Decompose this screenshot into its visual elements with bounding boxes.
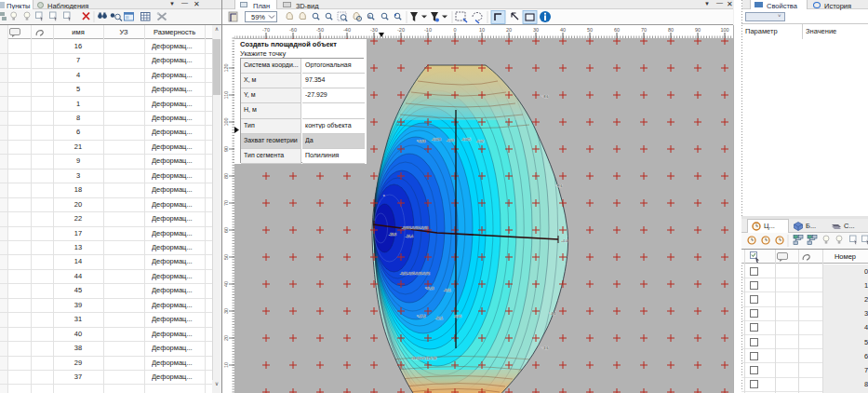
- svg-text:-20: -20: [397, 27, 405, 33]
- svg-text:-0.12-0.05-0.03-0.02: -0.12-0.05-0.03-0.02: [400, 272, 430, 276]
- svg-text:80: 80: [223, 173, 229, 179]
- svg-text:-10: -10: [424, 27, 432, 33]
- svg-text:100: 100: [720, 27, 728, 33]
- svg-text:59%: 59%: [251, 13, 265, 21]
- svg-text:70: 70: [223, 200, 229, 206]
- svg-text:40: 40: [560, 27, 566, 33]
- svg-text:-0.05: -0.05: [454, 315, 461, 318]
- svg-text:-0.028: -0.028: [432, 138, 441, 142]
- svg-text:-60: -60: [289, 27, 297, 33]
- svg-text:80: 80: [668, 27, 674, 33]
- svg-text:-0.11: -0.11: [444, 289, 451, 292]
- svg-text:60: 60: [223, 227, 229, 233]
- svg-text:30: 30: [533, 27, 539, 33]
- svg-text:+4.0: +4.0: [561, 239, 568, 243]
- svg-text:-40: -40: [343, 27, 351, 33]
- svg-text:90: 90: [223, 146, 229, 152]
- svg-text:60: 60: [614, 27, 620, 33]
- svg-text:40: 40: [223, 281, 229, 287]
- svg-text:°-8.6: °-8.6: [541, 95, 548, 99]
- svg-text:30: 30: [223, 308, 229, 314]
- svg-text:100: 100: [223, 117, 229, 126]
- svg-text:-0.02: -0.02: [476, 140, 484, 143]
- svg-text:-12.1: -12.1: [435, 317, 443, 320]
- svg-text:20: 20: [223, 335, 229, 341]
- svg-text:20: 20: [506, 27, 512, 33]
- svg-text:-50: -50: [316, 27, 324, 33]
- svg-text:10: 10: [223, 362, 229, 368]
- svg-text:°-17.5: °-17.5: [417, 315, 425, 318]
- svg-text:120: 120: [223, 63, 229, 72]
- svg-text:110: 110: [223, 91, 229, 100]
- svg-text:50: 50: [587, 27, 593, 33]
- svg-text:70: 70: [641, 27, 647, 33]
- svg-text:°-0.13: °-0.13: [425, 287, 434, 291]
- svg-text:10: 10: [479, 27, 485, 33]
- svg-text:-70: -70: [262, 27, 270, 33]
- svg-text:°-4.6: °-4.6: [541, 346, 548, 350]
- svg-text:90: 90: [695, 27, 701, 33]
- svg-text:-0.025: -0.025: [461, 138, 471, 142]
- svg-text:-13.110-0.11-0.10: -13.110-0.11-0.10: [411, 357, 436, 360]
- svg-text:°-9.6: °-9.6: [555, 184, 562, 188]
- svg-text:°-4.4: °-4.4: [549, 312, 555, 316]
- svg-text:50: 50: [223, 254, 229, 260]
- svg-text:°-0.03: °-0.03: [417, 140, 425, 143]
- svg-text:-26.6: -26.6: [389, 233, 396, 237]
- svg-text:-30: -30: [370, 27, 378, 33]
- svg-text:-24.4: -24.4: [406, 235, 413, 238]
- svg-text:-0.032-0.034-0.03: -0.032-0.034-0.03: [402, 226, 428, 230]
- svg-text:-0.03: -0.03: [447, 139, 454, 142]
- svg-text:0: 0: [453, 27, 456, 33]
